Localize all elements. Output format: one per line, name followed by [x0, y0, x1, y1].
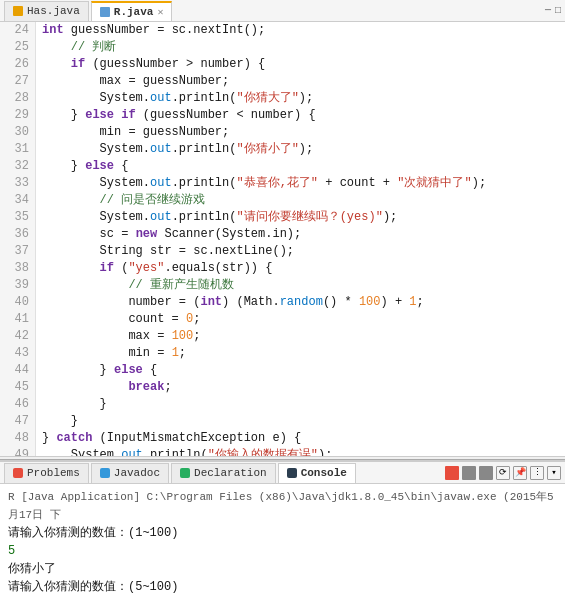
declaration-label: Declaration [194, 467, 267, 479]
console-line-4: 请输入你猜测的数值：(5~100) [8, 578, 557, 596]
line-numbers: 24 25 26 27 28 29 30 31 32 33 34 35 36 3… [0, 22, 36, 456]
has-tab-label: Has.java [27, 5, 80, 17]
bottom-panel: Problems Javadoc Declaration Console ⟳ 📌… [0, 460, 565, 599]
minimize-icon[interactable]: ─ [545, 5, 551, 16]
r-tab-label: R.java [114, 6, 154, 18]
code-editor[interactable]: int guessNumber = sc.nextInt(); // 判断 if… [36, 22, 565, 456]
maximize-icon[interactable]: □ [555, 5, 561, 16]
tab-close-icon[interactable]: ✕ [157, 6, 163, 18]
settings-button[interactable]: ⋮ [530, 466, 544, 480]
tab-problems[interactable]: Problems [4, 463, 89, 483]
scroll-lock-button[interactable]: ⟳ [496, 466, 510, 480]
r-java-icon [100, 7, 110, 17]
pin-button[interactable]: 📌 [513, 466, 527, 480]
code-area: 24 25 26 27 28 29 30 31 32 33 34 35 36 3… [0, 22, 565, 456]
tab-console[interactable]: Console [278, 463, 356, 483]
view-menu-button[interactable]: ▾ [547, 466, 561, 480]
bottom-tab-bar: Problems Javadoc Declaration Console ⟳ 📌… [0, 462, 565, 484]
problems-icon [13, 468, 23, 478]
tab-has[interactable]: Has.java [4, 1, 89, 21]
tab-declaration[interactable]: Declaration [171, 463, 276, 483]
editor-controls: ─ □ [545, 5, 561, 16]
console-content: R [Java Application] C:\Program Files (x… [0, 484, 565, 599]
stop-button[interactable] [445, 466, 459, 480]
tab-bar: Has.java R.java ✕ ─ □ [0, 0, 565, 22]
console-line-2: 5 [8, 542, 557, 560]
problems-label: Problems [27, 467, 80, 479]
javadoc-label: Javadoc [114, 467, 160, 479]
console-icon [287, 468, 297, 478]
console-title: R [Java Application] C:\Program Files (x… [8, 488, 557, 524]
has-java-icon [13, 6, 23, 16]
bottom-controls: ⟳ 📌 ⋮ ▾ [445, 466, 561, 480]
javadoc-icon [100, 468, 110, 478]
tab-r[interactable]: R.java ✕ [91, 1, 173, 21]
remove-button[interactable] [462, 466, 476, 480]
remove-all-button[interactable] [479, 466, 493, 480]
console-line-1: 请输入你猜测的数值：(1~100) [8, 524, 557, 542]
console-label: Console [301, 467, 347, 479]
console-line-3: 你猜小了 [8, 560, 557, 578]
editor-container: Has.java R.java ✕ ─ □ 24 25 26 27 28 29 … [0, 0, 565, 460]
tab-javadoc[interactable]: Javadoc [91, 463, 169, 483]
declaration-icon [180, 468, 190, 478]
